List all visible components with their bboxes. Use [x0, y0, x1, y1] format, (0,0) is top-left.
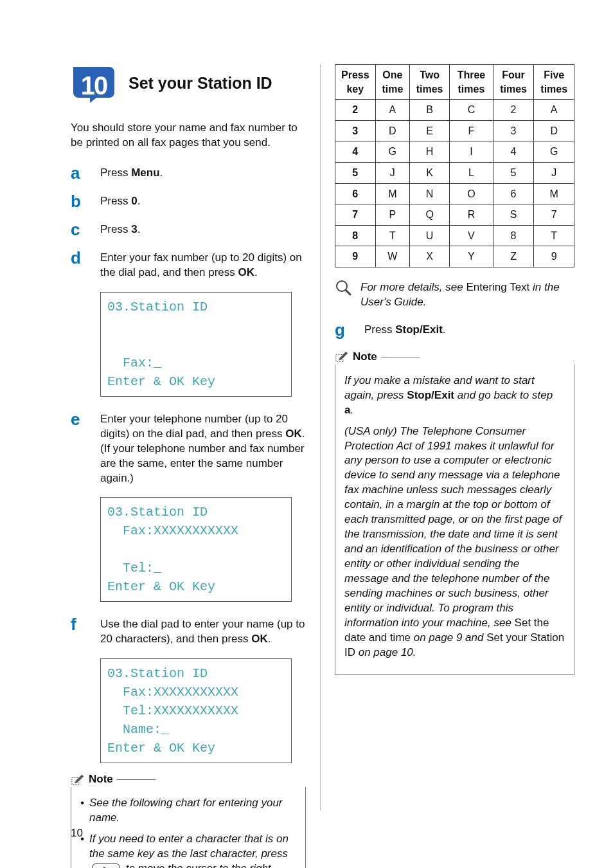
- table-cell: U: [410, 225, 450, 246]
- step-c-post: .: [138, 223, 141, 235]
- table-cell: 6: [493, 183, 534, 204]
- step-letter: b: [71, 193, 87, 210]
- info-text: For more details, see Entering Text in t…: [360, 279, 574, 310]
- step-g-text: Press Stop/Exit.: [364, 321, 574, 338]
- th: Five times: [534, 65, 574, 100]
- table-cell: G: [534, 141, 574, 163]
- table-cell: 4: [493, 141, 534, 163]
- table-cell: Y: [450, 246, 493, 267]
- step-letter: a: [71, 165, 87, 181]
- step-f-post: .: [268, 633, 271, 645]
- table-cell: S: [493, 204, 534, 226]
- step-b-pre: Press: [100, 195, 131, 207]
- note2-b: to move the cursor to the right.: [123, 862, 274, 868]
- lcd-display-f: 03.Station ID Fax:XXXXXXXXXXX Tel:XXXXXX…: [100, 658, 292, 763]
- table-cell: K: [410, 162, 450, 183]
- step-d-text: Enter your fax number (up to 20 digits) …: [100, 249, 306, 280]
- table-cell: 5: [335, 162, 376, 183]
- note-header: Note: [335, 350, 574, 365]
- info-post: .: [423, 296, 427, 308]
- table-cell: L: [450, 162, 493, 183]
- note-header: Note: [71, 772, 306, 787]
- table-cell: Z: [493, 246, 534, 267]
- info-pre: For more details, see: [360, 281, 466, 293]
- note-label: Note: [353, 350, 377, 365]
- nr1bold: Stop/Exit: [407, 389, 454, 401]
- table-row: 6MNO6M: [335, 183, 574, 204]
- right-column: Press key One time Two times Three times…: [320, 64, 574, 810]
- table-cell: 8: [493, 225, 534, 246]
- info-roman: Entering Text: [466, 281, 529, 293]
- table-cell: T: [534, 225, 574, 246]
- step-c-text: Press 3.: [100, 221, 306, 238]
- left-column: 10 Set your Station ID You should store …: [71, 64, 320, 810]
- note-box-right: Note If you make a mistake and want to s…: [335, 350, 574, 675]
- table-cell: 7: [335, 204, 376, 226]
- lcd-display-e: 03.Station ID Fax:XXXXXXXXXXX Tel:_ Ente…: [100, 497, 292, 602]
- step-c-bold: 3: [131, 223, 137, 235]
- step-b-post: .: [138, 195, 141, 207]
- table-cell: J: [534, 162, 574, 183]
- note-label: Note: [89, 772, 113, 787]
- table-cell: 2: [335, 100, 376, 121]
- note-body: If you make a mistake and want to start …: [335, 365, 574, 675]
- note-right-p1: If you make a mistake and want to start …: [344, 374, 565, 418]
- two-column-layout: 10 Set your Station ID You should store …: [71, 64, 574, 810]
- table-cell: 9: [534, 246, 574, 267]
- step-f-bold: OK: [251, 633, 268, 645]
- step-c: c Press 3.: [71, 221, 306, 238]
- table-cell: 7: [534, 204, 574, 226]
- table-cell: 6: [335, 183, 376, 204]
- table-cell: I: [450, 141, 493, 163]
- th: Three times: [450, 65, 493, 100]
- step-d-pre: Enter your fax number (up to 20 digits) …: [100, 251, 302, 278]
- info-row: For more details, see Entering Text in t…: [335, 279, 574, 310]
- step-number-badge: 10: [71, 64, 117, 103]
- page: 10 Set your Station ID You should store …: [0, 0, 613, 868]
- step-a-text: Press Menu.: [100, 165, 306, 181]
- th: Four times: [493, 65, 534, 100]
- pencil-icon: [335, 350, 349, 363]
- step-e: e Enter your telephone number (up to 20 …: [71, 411, 306, 486]
- table-cell: 9: [335, 246, 376, 267]
- step-g-bold: Stop/Exit: [395, 323, 443, 336]
- table-cell: F: [450, 120, 493, 141]
- step-b: b Press 0.: [71, 193, 306, 210]
- table-row: 8TUV8T: [335, 225, 574, 246]
- table-cell: X: [410, 246, 450, 267]
- note-bullet-1: See the following chart for entering you…: [80, 796, 296, 826]
- step-e-bold: OK: [285, 428, 302, 440]
- step-b-bold: 0: [131, 195, 137, 207]
- table-cell: 2: [493, 100, 534, 121]
- step-d-post: .: [254, 266, 258, 278]
- table-cell: M: [534, 183, 574, 204]
- table-cell: P: [375, 204, 409, 226]
- table-cell: D: [534, 120, 574, 141]
- step-a-bold: Menu: [131, 167, 159, 179]
- step-d: d Enter your fax number (up to 20 digits…: [71, 249, 306, 280]
- table-cell: 3: [493, 120, 534, 141]
- table-header-row: Press key One time Two times Three times…: [335, 65, 574, 100]
- nr1c: .: [350, 404, 353, 416]
- table-row: 7PQRS7: [335, 204, 574, 226]
- step-f: f Use the dial pad to enter your name (u…: [71, 616, 306, 647]
- step-letter: g: [335, 321, 351, 338]
- note2-a: If you need to enter a character that is…: [89, 833, 289, 860]
- step-a: a Press Menu.: [71, 165, 306, 181]
- table-cell: T: [375, 225, 409, 246]
- table-cell: H: [410, 141, 450, 163]
- step-letter: f: [71, 616, 87, 647]
- table-cell: G: [375, 141, 409, 163]
- step-c-pre: Press: [100, 223, 131, 235]
- nr2c: on page 10.: [355, 646, 416, 658]
- step-g-pre: Press: [364, 323, 395, 336]
- step-title: Set your Station ID: [129, 73, 272, 95]
- table-cell: M: [375, 183, 409, 204]
- step-d-bold: OK: [238, 266, 255, 278]
- table-cell: A: [534, 100, 574, 121]
- magnifier-icon: [335, 279, 351, 310]
- intro-paragraph: You should store your name and fax numbe…: [71, 121, 306, 150]
- table-cell: N: [410, 183, 450, 204]
- table-cell: B: [410, 100, 450, 121]
- lcd-display-d: 03.Station ID Fax:_ Enter & OK Key: [100, 292, 292, 397]
